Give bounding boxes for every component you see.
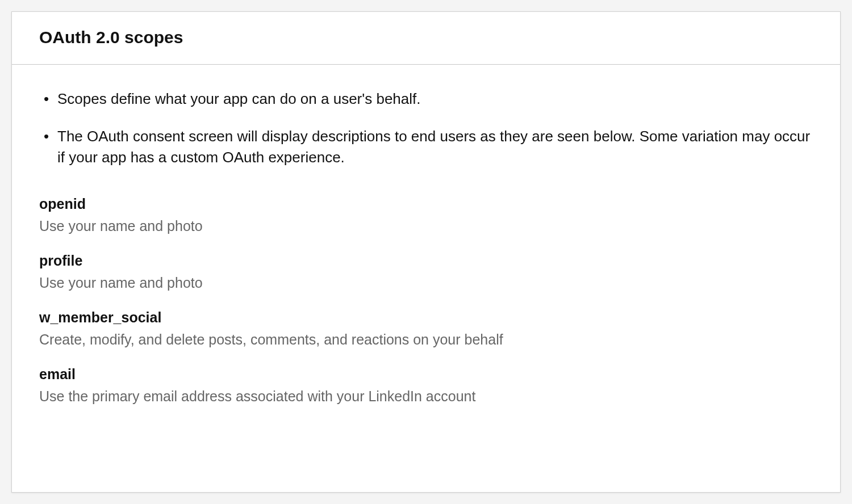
intro-bullet-list: Scopes define what your app can do on a … xyxy=(39,89,813,169)
scope-name: openid xyxy=(39,196,813,212)
card-title: OAuth 2.0 scopes xyxy=(39,28,813,47)
scope-name: email xyxy=(39,366,813,383)
scope-name: w_member_social xyxy=(39,309,813,326)
scope-name: profile xyxy=(39,253,813,269)
scope-description: Use the primary email address associated… xyxy=(39,388,813,405)
intro-bullet: Scopes define what your app can do on a … xyxy=(39,89,813,110)
scope-item: email Use the primary email address asso… xyxy=(39,366,813,405)
scope-item: profile Use your name and photo xyxy=(39,253,813,291)
card-header: OAuth 2.0 scopes xyxy=(12,12,840,65)
scope-item: openid Use your name and photo xyxy=(39,196,813,234)
intro-bullet: The OAuth consent screen will display de… xyxy=(39,126,813,169)
card-body: Scopes define what your app can do on a … xyxy=(12,65,840,447)
scope-description: Use your name and photo xyxy=(39,275,813,291)
scope-description: Use your name and photo xyxy=(39,218,813,234)
oauth-scopes-card: OAuth 2.0 scopes Scopes define what your… xyxy=(11,11,841,493)
scope-description: Create, modify, and delete posts, commen… xyxy=(39,331,813,348)
scope-item: w_member_social Create, modify, and dele… xyxy=(39,309,813,348)
